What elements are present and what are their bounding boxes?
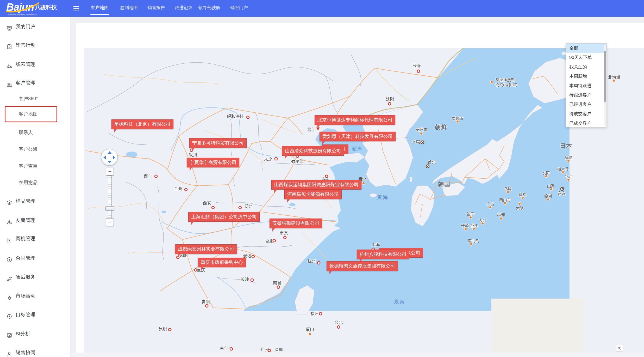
city-marker-ring[interactable] — [211, 206, 215, 209]
city-marker-double[interactable] — [421, 141, 424, 144]
plan-option-全部[interactable]: 全部 — [566, 44, 607, 53]
city-marker-ring[interactable] — [246, 116, 250, 119]
zoom-slider-handle[interactable] — [105, 206, 114, 210]
company-label[interactable]: 北京中博世达专利商标代理有限公司 — [315, 115, 395, 125]
city-marker-ring[interactable] — [319, 312, 322, 316]
tab-签到地图[interactable]: 签到地图 — [119, 0, 139, 17]
company-label[interactable]: 景德镇陶文旅控股集团有限公司 — [327, 261, 398, 271]
company-label[interactable]: 杭州八骏科技有限公司 — [357, 250, 409, 259]
city-marker-dot[interactable] — [481, 222, 484, 225]
city-marker-dot[interactable] — [499, 217, 503, 220]
zoom-in-button[interactable]: + — [106, 168, 114, 176]
sidebar-item-联系人[interactable]: 联系人 — [0, 127, 68, 138]
customer-map[interactable]: + − ↖ 司有限公司星枫科技（北京）有限公司北京中博世达专利商标代理有限公司爱… — [84, 48, 644, 353]
sidebar-item-BI分析[interactable]: BI分析 — [0, 328, 68, 340]
city-marker-ring[interactable] — [337, 325, 340, 329]
city-marker-dot[interactable] — [469, 216, 472, 219]
city-marker-dot[interactable] — [464, 227, 467, 231]
city-marker-ring[interactable] — [268, 349, 271, 352]
city-marker-ring[interactable] — [230, 347, 233, 351]
pan-right-icon[interactable] — [113, 155, 115, 160]
pan-down-icon[interactable] — [108, 161, 112, 163]
city-marker-ring[interactable] — [194, 268, 197, 272]
sidebar-item-售后服务[interactable]: 售后服务 — [0, 271, 68, 283]
city-marker-dot[interactable] — [612, 79, 615, 82]
city-marker-dot[interactable] — [420, 132, 423, 135]
plan-option-本周新增[interactable]: 本周新增 — [566, 72, 607, 81]
city-marker-ring[interactable] — [251, 279, 254, 282]
zoom-slider-track[interactable] — [108, 176, 112, 219]
zoom-out-button[interactable]: − — [106, 218, 114, 226]
company-label[interactable]: 山西清众科技股份有限公司 — [282, 146, 344, 156]
pan-up-icon[interactable] — [108, 151, 112, 154]
pan-left-icon[interactable] — [103, 155, 106, 160]
city-marker-ring[interactable] — [239, 206, 242, 209]
city-marker-dot[interactable] — [506, 190, 509, 193]
city-marker-dot[interactable] — [362, 182, 365, 185]
city-marker-ring[interactable] — [283, 236, 287, 239]
city-marker-ring[interactable] — [274, 157, 278, 161]
city-marker-ring[interactable] — [417, 70, 420, 73]
sidebar-item-客户公海[interactable]: 客户公海 — [0, 143, 68, 155]
city-marker-dot[interactable] — [521, 196, 524, 199]
city-marker-dot[interactable] — [308, 332, 311, 336]
city-marker-ring[interactable] — [184, 188, 188, 191]
sidebar-item-商机管理[interactable]: 商机管理 — [0, 233, 68, 244]
city-marker-dot[interactable] — [470, 243, 473, 246]
company-label[interactable]: 重庆市政府采购中心 — [198, 258, 246, 267]
city-marker-ring[interactable] — [252, 255, 255, 258]
sidebar-item-我的门户[interactable]: 我的门户 — [0, 21, 68, 32]
city-marker-dot[interactable] — [472, 227, 475, 230]
city-marker-dot[interactable] — [550, 188, 553, 191]
dropdown-scrollbar-thumb[interactable] — [604, 51, 606, 102]
company-label[interactable]: 安徽强勘建设有限公司 — [270, 219, 322, 228]
company-label[interactable]: 爱如思（天津）科技发展有限公司 — [320, 132, 396, 141]
map-overview-button[interactable]: ↖ — [616, 345, 623, 352]
sidebar-item-友商管理[interactable]: vs友商管理 — [0, 215, 68, 226]
tab-领导驾驶舱[interactable]: 领导驾驶舱 — [197, 0, 221, 17]
plan-option-已跟进客户[interactable]: 已跟进客户 — [566, 100, 607, 109]
sidebar-item-客户查重[interactable]: 客户查重 — [0, 160, 68, 172]
city-marker-ring[interactable] — [277, 286, 280, 289]
company-label[interactable]: 河南瑞贝卡能源有限公司 — [284, 190, 342, 199]
city-marker-dot[interactable] — [567, 178, 570, 181]
city-marker-double[interactable] — [560, 187, 564, 191]
city-marker-dot[interactable] — [490, 81, 493, 84]
company-label[interactable]: 星枫科技（北京）有限公司 — [111, 119, 173, 129]
city-marker-dot[interactable] — [489, 206, 492, 209]
city-marker-dot[interactable] — [561, 171, 565, 174]
sidebar-item-客户360°[interactable]: 客户360° — [0, 93, 68, 104]
plan-option-待跟进客户[interactable]: 待跟进客户 — [566, 90, 607, 100]
city-marker-dot[interactable] — [547, 198, 550, 201]
city-marker-dot[interactable] — [567, 159, 570, 162]
tab-销管门户[interactable]: 销管门户 — [229, 0, 249, 17]
city-marker-ring[interactable] — [168, 328, 172, 331]
company-label[interactable]: 上海汇丽（集团）公司汉中公司 — [188, 212, 260, 222]
sidebar-item-销售协同[interactable]: 销售协同 — [0, 347, 68, 357]
sidebar-item-客户管理[interactable]: 客户管理 — [0, 77, 68, 89]
city-marker-ring[interactable] — [154, 175, 158, 178]
city-marker-dot[interactable] — [456, 120, 459, 123]
city-marker-ring[interactable] — [205, 304, 209, 308]
sidebar-item-合同管理[interactable]: 合同管理 — [0, 252, 68, 264]
company-label[interactable]: 宁夏多可特科贸有限公司 — [189, 138, 247, 148]
city-marker-ring[interactable] — [317, 261, 321, 265]
sidebar-item-目标管理[interactable]: 目标管理 — [0, 309, 68, 320]
plan-option-我关注的[interactable]: 我关注的 — [566, 62, 607, 72]
city-marker-dot[interactable] — [504, 202, 507, 205]
tab-跟进记录[interactable]: 跟进记录 — [174, 0, 193, 17]
city-marker-dot[interactable] — [518, 202, 521, 205]
plan-option-待成交客户[interactable]: 待成交客户 — [566, 109, 607, 119]
city-marker-ring[interactable] — [273, 239, 276, 243]
city-marker-ring[interactable] — [388, 102, 391, 106]
sidebar-item-线索管理[interactable]: 线索管理 — [0, 59, 68, 70]
tab-客户地图[interactable]: 客户地图 — [90, 0, 110, 17]
tab-销售报告[interactable]: 销售报告 — [146, 0, 166, 17]
plan-option-已成交客户[interactable]: 已成交客户 — [566, 119, 607, 127]
plan-option-90天未下单[interactable]: 90天未下单 — [566, 53, 607, 62]
plan-option-本周待跟进[interactable]: 本周待跟进 — [566, 81, 607, 90]
sidebar-item-销售行动[interactable]: 销售行动 — [0, 39, 68, 51]
sidebar-item-在用竞品[interactable]: 在用竞品 — [0, 177, 68, 188]
sidebar-item-市场活动[interactable]: 市场活动 — [0, 290, 68, 302]
company-label[interactable]: 成都绿友园林实业有限公司 — [175, 244, 237, 254]
